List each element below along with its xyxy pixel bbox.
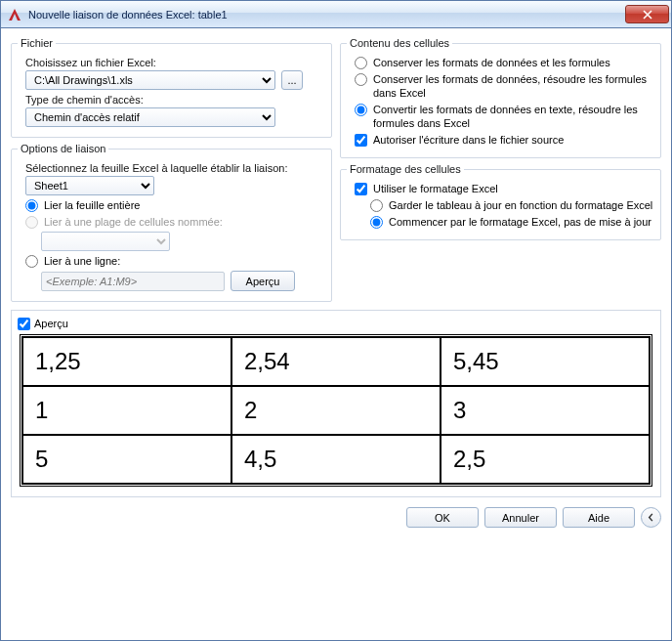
table-row: 1 2 3 — [22, 386, 650, 435]
allow-write-checkbox[interactable] — [355, 134, 367, 147]
table-row: 5 4,5 2,5 — [22, 435, 650, 484]
dialog-window: Nouvelle liaison de données Excel: table… — [0, 0, 672, 641]
content-convert-radio[interactable] — [355, 104, 367, 116]
preview-cell: 5 — [22, 435, 231, 484]
browse-button[interactable]: ... — [281, 70, 303, 90]
app-icon — [7, 7, 22, 22]
preview-label: Aperçu — [34, 318, 68, 329]
ok-button[interactable]: OK — [406, 507, 479, 528]
link-entire-label: Lier la feuille entière — [44, 198, 140, 212]
link-named-radio — [25, 216, 38, 229]
content-convert-label: Convertir les formats de données en text… — [373, 103, 654, 130]
link-named-label: Lier à une plage de cellules nommée: — [44, 215, 223, 229]
keep-updated-label: Garder le tableau à jour en fonction du … — [389, 198, 652, 212]
select-sheet-label: Sélectionnez la feuille Excel à laquelle… — [25, 162, 325, 174]
preview-button[interactable]: Aperçu — [231, 271, 295, 291]
preview-group: Aperçu 1,25 2,54 5,45 1 2 3 5 — [11, 310, 661, 497]
preview-cell: 1 — [22, 386, 231, 435]
cell-content-group: Contenu des cellules Conserver les forma… — [340, 37, 661, 158]
collapse-toggle-button[interactable] — [641, 507, 661, 528]
link-options-group: Options de liaison Sélectionnez la feuil… — [11, 143, 332, 302]
path-type-combo[interactable]: Chemin d'accès relatif — [25, 107, 275, 127]
preview-cell: 2,54 — [231, 337, 441, 386]
content-keep-radio[interactable] — [355, 57, 367, 69]
link-options-legend: Options de liaison — [18, 143, 108, 154]
preview-cell: 1,25 — [22, 337, 231, 386]
sheet-combo[interactable]: Sheet1 — [25, 176, 154, 195]
content-keep-resolve-label: Conserver les formats de données, résoud… — [373, 72, 654, 100]
content-keep-label: Conserver les formats de données et les … — [373, 56, 610, 69]
cell-format-group: Formatage des cellules Utiliser le forma… — [340, 163, 661, 240]
preview-cell: 5,45 — [441, 337, 650, 386]
use-excel-format-checkbox[interactable] — [355, 183, 367, 195]
table-row: 1,25 2,54 5,45 — [22, 337, 650, 386]
start-excel-radio[interactable] — [370, 216, 383, 229]
named-range-combo — [41, 232, 170, 251]
help-button[interactable]: Aide — [563, 507, 635, 528]
link-row-label: Lier à une ligne: — [44, 254, 120, 268]
content-keep-resolve-radio[interactable] — [355, 73, 367, 86]
start-excel-label: Commencer par le formatage Excel, pas de… — [389, 215, 651, 229]
link-entire-radio[interactable] — [25, 199, 38, 212]
window-title: Nouvelle liaison de données Excel: table… — [28, 9, 625, 21]
preview-cell: 2 — [231, 386, 441, 435]
cancel-button[interactable]: Annuler — [484, 507, 557, 528]
use-excel-format-label: Utiliser le formatage Excel — [373, 182, 498, 195]
allow-write-label: Autoriser l'écriture dans le fichier sou… — [373, 133, 564, 147]
path-type-label: Type de chemin d'accès: — [25, 94, 325, 106]
preview-table: 1,25 2,54 5,45 1 2 3 5 4,5 2,5 — [21, 336, 651, 485]
file-path-combo[interactable]: C:\All Drawings\1.xls — [25, 70, 275, 90]
cell-content-legend: Contenu des cellules — [347, 37, 452, 49]
preview-cell: 3 — [441, 386, 650, 435]
choose-file-label: Choisissez un fichier Excel: — [25, 57, 325, 68]
cell-format-legend: Formatage des cellules — [347, 163, 464, 175]
titlebar: Nouvelle liaison de données Excel: table… — [1, 1, 671, 28]
close-button[interactable] — [625, 5, 669, 23]
preview-table-wrap: 1,25 2,54 5,45 1 2 3 5 4,5 2,5 — [20, 334, 652, 487]
footer: OK Annuler Aide — [11, 507, 661, 528]
keep-updated-radio[interactable] — [370, 199, 383, 212]
file-group: Fichier Choisissez un fichier Excel: C:\… — [11, 37, 332, 138]
preview-cell: 4,5 — [231, 435, 441, 484]
preview-cell: 2,5 — [441, 435, 650, 484]
preview-checkbox[interactable] — [18, 318, 30, 330]
link-row-radio[interactable] — [25, 255, 38, 268]
file-legend: Fichier — [18, 37, 56, 49]
row-range-input — [41, 272, 225, 291]
